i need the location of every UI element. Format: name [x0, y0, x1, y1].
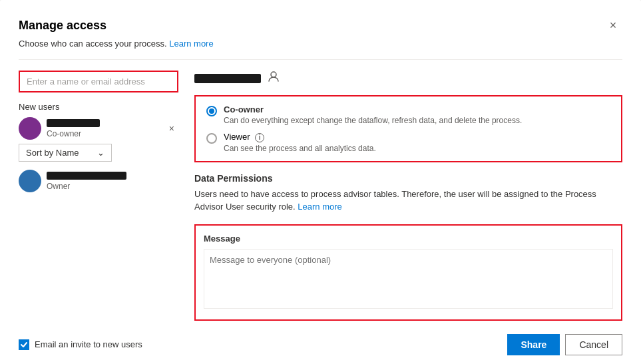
coowner-option[interactable]: Co-owner Can do everything except change… — [206, 104, 610, 125]
remove-user-button[interactable]: × — [165, 122, 178, 135]
manage-access-dialog: Manage access × Choose who can access yo… — [0, 0, 641, 364]
coowner-radio[interactable] — [206, 106, 217, 116]
main-content: New users Co-owner × Sort by Name ⌄ — [19, 71, 622, 321]
left-panel: New users Co-owner × Sort by Name ⌄ — [19, 71, 178, 321]
email-invite-label: Email an invite to new users — [35, 339, 142, 349]
user-info: Co-owner — [47, 119, 100, 138]
search-input[interactable] — [20, 72, 177, 91]
coowner-label: Co-owner — [224, 104, 264, 114]
learn-more-subtitle-link[interactable]: Learn more — [169, 39, 213, 49]
person-icon — [268, 71, 280, 86]
sort-label: Sort by Name — [26, 148, 79, 158]
viewer-label: Viewer — [224, 132, 250, 142]
owner-avatar — [19, 170, 41, 192]
dialog-title: Manage access — [19, 19, 107, 33]
user-avatar — [19, 117, 41, 140]
viewer-info-icon[interactable]: i — [255, 133, 264, 142]
data-permissions-text: Users need to have access to process adv… — [194, 188, 622, 214]
user-role-label: Co-owner — [47, 129, 100, 138]
dialog-footer: Email an invite to new users Share Cance… — [19, 334, 622, 355]
cancel-button[interactable]: Cancel — [565, 334, 622, 355]
data-permissions-section: Data Permissions Users need to have acce… — [194, 173, 622, 214]
message-label: Message — [204, 234, 613, 244]
search-input-wrapper — [19, 71, 178, 92]
close-button[interactable]: × — [604, 16, 622, 35]
role-selection-box: Co-owner Can do everything except change… — [194, 95, 622, 162]
right-name-redacted — [194, 74, 261, 83]
dialog-subtitle: Choose who can access your process. Lear… — [19, 39, 622, 49]
new-users-label: New users — [19, 102, 178, 112]
share-button[interactable]: Share — [507, 334, 560, 355]
data-permissions-title: Data Permissions — [194, 173, 622, 184]
chevron-down-icon: ⌄ — [97, 148, 105, 158]
user-name-redacted — [47, 119, 100, 127]
owner-name-redacted — [47, 172, 126, 180]
svg-point-0 — [271, 72, 276, 77]
email-invite-checkbox[interactable] — [19, 339, 29, 350]
coowner-desc: Can do everything except change the data… — [224, 116, 522, 125]
viewer-desc: Can see the process and all analytics da… — [224, 144, 376, 153]
new-user-item: Co-owner × — [19, 117, 178, 140]
email-invite-section: Email an invite to new users — [19, 339, 142, 350]
right-top-row — [194, 71, 622, 86]
message-section: Message — [194, 224, 622, 321]
right-panel: Co-owner Can do everything except change… — [194, 71, 622, 321]
dialog-header: Manage access × — [19, 16, 622, 35]
viewer-option[interactable]: Viewer i Can see the process and all ana… — [206, 132, 610, 153]
sort-dropdown[interactable]: Sort by Name ⌄ — [19, 144, 112, 162]
message-textarea[interactable] — [204, 249, 613, 309]
owner-info: Owner — [47, 172, 126, 191]
owner-item: Owner — [19, 170, 178, 192]
viewer-radio[interactable] — [206, 133, 217, 144]
header-divider — [19, 59, 622, 60]
footer-buttons: Share Cancel — [507, 334, 622, 355]
data-permissions-learn-more-link[interactable]: Learn more — [298, 202, 341, 212]
owner-role-label: Owner — [47, 182, 126, 191]
